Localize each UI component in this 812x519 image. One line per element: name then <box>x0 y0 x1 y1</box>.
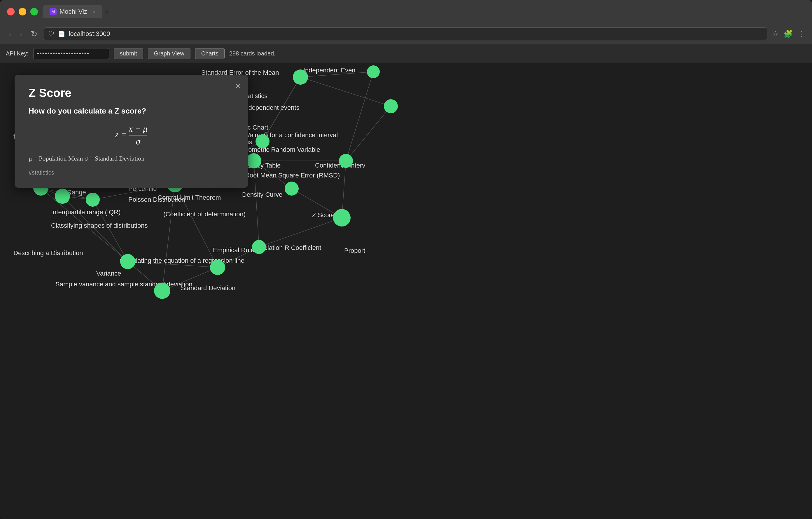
node-dot-variance[interactable] <box>120 254 135 269</box>
node-dot-density[interactable] <box>285 182 299 196</box>
node-label-variance: Variance <box>96 270 121 277</box>
card-popup-close-button[interactable]: × <box>235 81 241 91</box>
tab-label: Mochi Viz <box>59 8 87 16</box>
node-dot-left3[interactable] <box>86 193 100 207</box>
card-question: How do you calculate a Z score? <box>29 107 234 116</box>
nav-bar: ‹ › ↻ 🛡 📄 localhost:3000 ☆ 🧩 ⋮ <box>0 23 812 44</box>
tab-favicon: M <box>50 8 57 15</box>
node-dot-independent-events[interactable] <box>367 65 380 78</box>
svg-line-12 <box>162 267 218 291</box>
node-label-clt: Central Limit Theorem <box>157 194 221 201</box>
api-key-input[interactable] <box>33 48 109 59</box>
node-dot-confidence[interactable] <box>339 154 353 168</box>
submit-button[interactable]: submit <box>114 48 143 59</box>
node-label-rmse: Root Mean Square Error (RMSD) <box>245 172 340 179</box>
window-controls <box>7 8 38 16</box>
tab-close-button[interactable]: × <box>92 9 96 15</box>
svg-line-16 <box>346 72 373 161</box>
cards-loaded-text: 298 cards loaded. <box>229 50 276 57</box>
node-label-density-curve: Density Curve <box>242 191 282 198</box>
node-label-classifying: Classifying shapes of distributions <box>51 222 148 229</box>
toolbar: API Key: submit Graph View Charts 298 ca… <box>0 44 812 63</box>
title-bar: M Mochi Viz × + <box>0 0 812 23</box>
node-label-sample-variance: Sample variance and sample standard devi… <box>55 280 193 288</box>
tab-bar: M Mochi Viz × + <box>42 5 805 18</box>
back-button[interactable]: ‹ <box>7 27 13 40</box>
node-label-empirical-rule: Empirical Rule <box>213 246 254 254</box>
main-content: Standard Error of the Mean Independent E… <box>0 63 812 519</box>
modal-overlay: × Z Score How do you calculate a Z score… <box>0 63 812 519</box>
card-popup: × Z Score How do you calculate a Z score… <box>14 75 248 188</box>
node-dot-outliers[interactable] <box>246 153 261 168</box>
node-label-poisson: Poisson Distribution <box>128 196 185 203</box>
svg-line-25 <box>128 262 218 267</box>
node-label-std-dev: Standard Deviation <box>181 284 235 292</box>
forward-button[interactable]: › <box>18 27 24 40</box>
node-dot-left2[interactable] <box>55 189 70 204</box>
address-bar[interactable]: 🛡 📄 localhost:3000 <box>44 27 767 40</box>
svg-line-28 <box>346 106 391 161</box>
node-dot-tatistics[interactable] <box>384 99 398 113</box>
card-description: μ = Population Mean σ = Standard Deviati… <box>29 155 234 162</box>
refresh-button[interactable]: ↻ <box>29 27 39 40</box>
node-label-zscore: Z Score <box>312 211 335 219</box>
node-dot-empirical[interactable] <box>252 240 266 254</box>
svg-line-2 <box>93 200 128 262</box>
node-label-iqr: Interquartile range (IQR) <box>51 209 120 216</box>
card-title: Z Score <box>29 86 234 100</box>
node-dot-zscore[interactable] <box>333 209 351 226</box>
node-dot-std-dev[interactable] <box>154 282 170 299</box>
maximize-window-button[interactable] <box>30 8 38 16</box>
card-formula: z = x − μ σ <box>29 124 234 146</box>
api-key-label: API Key: <box>6 50 29 57</box>
node-label-describing: Describing a Distribution <box>13 249 83 257</box>
bookmark-button[interactable]: ☆ <box>772 29 779 38</box>
new-tab-button[interactable]: + <box>105 7 109 16</box>
svg-line-23 <box>162 184 175 291</box>
card-tag: #statistics <box>29 169 234 176</box>
svg-line-14 <box>259 218 342 247</box>
close-window-button[interactable] <box>7 8 14 16</box>
node-label-r-squared: (Coefficient of determination) <box>163 211 245 218</box>
node-dot-regression[interactable] <box>210 260 225 275</box>
url-text: localhost:3000 <box>69 30 762 38</box>
graph-view-button[interactable]: Graph View <box>148 48 191 59</box>
node-label-independent-events: Independent Even <box>303 66 355 74</box>
svg-line-20 <box>262 77 300 141</box>
svg-line-27 <box>262 77 300 141</box>
node-dot-geometric[interactable] <box>256 134 269 148</box>
extension-button[interactable]: 🧩 <box>783 29 793 38</box>
svg-line-18 <box>300 77 391 106</box>
node-label-regression: Calculating the equation of a regression… <box>120 257 244 265</box>
browser-frame: M Mochi Viz × + ‹ › ↻ 🛡 📄 localhost:3000… <box>0 0 812 519</box>
node-label-proport: Proport <box>344 247 365 254</box>
nav-icons: ☆ 🧩 ⋮ <box>772 29 805 38</box>
charts-button[interactable]: Charts <box>195 48 225 59</box>
more-button[interactable]: ⋮ <box>798 29 805 38</box>
svg-line-10 <box>254 161 259 247</box>
node-dot-standard-error[interactable] <box>293 70 308 85</box>
svg-line-4 <box>41 188 128 262</box>
svg-line-17 <box>300 72 373 77</box>
active-tab[interactable]: M Mochi Viz × <box>42 5 103 18</box>
svg-line-6 <box>175 184 218 267</box>
minimize-window-button[interactable] <box>19 8 26 16</box>
